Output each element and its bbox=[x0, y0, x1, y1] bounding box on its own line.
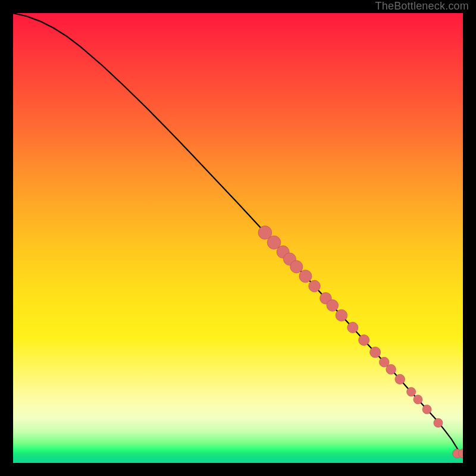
data-dot bbox=[422, 405, 431, 414]
data-dot bbox=[327, 300, 339, 312]
data-dots bbox=[258, 226, 463, 458]
data-dot bbox=[290, 261, 303, 273]
data-dot bbox=[309, 280, 321, 292]
data-dot bbox=[386, 364, 396, 374]
plot-area bbox=[13, 13, 463, 463]
watermark-text: TheBottleneck.com bbox=[375, 0, 469, 12]
data-dot bbox=[370, 347, 381, 358]
data-dot bbox=[414, 395, 422, 404]
chart-svg bbox=[13, 13, 463, 463]
data-dot bbox=[299, 270, 312, 283]
chart-stage: TheBottleneck.com bbox=[0, 0, 476, 476]
data-dot bbox=[395, 374, 405, 384]
data-dot bbox=[359, 335, 369, 346]
data-dot bbox=[407, 387, 416, 396]
data-dot bbox=[434, 418, 443, 427]
data-dot bbox=[347, 322, 358, 333]
data-dot bbox=[336, 309, 347, 321]
bottleneck-curve bbox=[13, 13, 463, 453]
